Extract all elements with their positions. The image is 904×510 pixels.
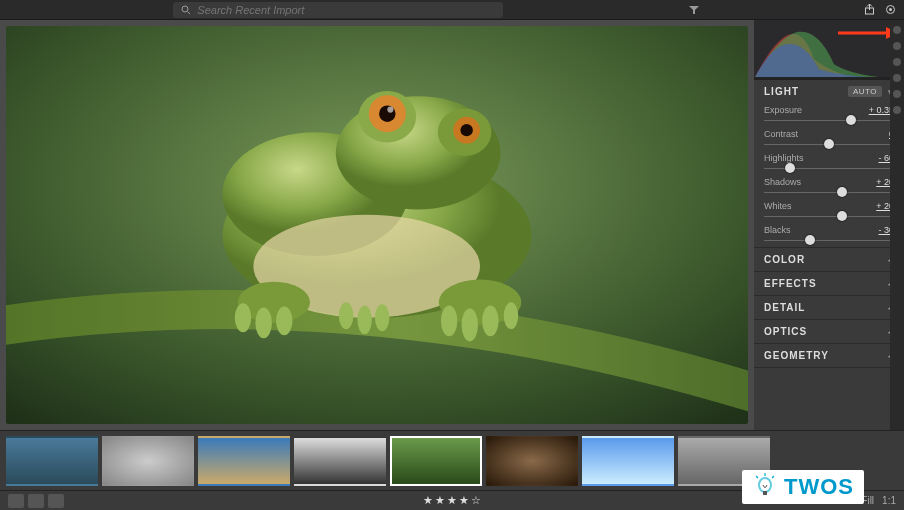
compare-view-icon[interactable]: [28, 494, 44, 508]
svg-marker-2: [689, 6, 699, 14]
slider-track[interactable]: [764, 165, 894, 171]
svg-point-28: [482, 305, 498, 336]
panel-label: EFFECTS: [764, 278, 817, 289]
histogram[interactable]: [754, 20, 904, 80]
panel-light-label: LIGHT: [764, 86, 799, 97]
svg-line-1: [188, 11, 191, 14]
svg-point-14: [379, 105, 395, 121]
tool-heal-icon[interactable]: [893, 58, 901, 66]
svg-point-0: [182, 6, 188, 12]
svg-point-23: [339, 302, 353, 329]
search-container[interactable]: [173, 2, 503, 18]
slider-exposure[interactable]: Exposure+ 0.35: [754, 103, 904, 127]
slider-label: Highlights: [764, 153, 804, 163]
slider-label: Shadows: [764, 177, 801, 187]
slider-label: Contrast: [764, 129, 798, 139]
svg-point-26: [441, 305, 457, 336]
slider-highlights[interactable]: Highlights- 60: [754, 151, 904, 175]
svg-point-27: [462, 308, 478, 341]
slider-contrast[interactable]: Contrast0: [754, 127, 904, 151]
panel-optics-header[interactable]: OPTICS◂: [754, 320, 904, 343]
svg-point-21: [255, 307, 271, 338]
thumb-frog[interactable]: [390, 436, 482, 486]
panel-label: OPTICS: [764, 326, 807, 337]
svg-point-20: [235, 303, 251, 332]
slider-blacks[interactable]: Blacks- 30: [754, 223, 904, 247]
detail-view-icon[interactable]: [48, 494, 64, 508]
ratio-button[interactable]: 1:1: [882, 495, 896, 506]
bulb-icon: [752, 472, 778, 502]
annotation-arrow-icon: [838, 26, 898, 44]
grid-view-icon[interactable]: [8, 494, 24, 508]
svg-point-22: [276, 306, 292, 335]
tool-gradient-icon[interactable]: [893, 90, 901, 98]
image-canvas[interactable]: [0, 20, 754, 430]
panel-effects-header[interactable]: EFFECTS◂: [754, 272, 904, 295]
panel-light: LIGHT AUTO ▾ Exposure+ 0.35Contrast0High…: [754, 80, 904, 248]
slider-track[interactable]: [764, 237, 894, 243]
thumb-bw-tree[interactable]: [294, 436, 386, 486]
rating-stars[interactable]: ★★★★☆: [423, 494, 483, 507]
search-input[interactable]: [197, 4, 495, 16]
thumb-eagle-close[interactable]: [486, 436, 578, 486]
tool-edit-icon[interactable]: [893, 26, 901, 34]
slider-label: Exposure: [764, 105, 802, 115]
panel-color-header[interactable]: COLOR◂: [754, 248, 904, 271]
search-icon: [181, 5, 191, 15]
view-mode-buttons[interactable]: [8, 494, 64, 508]
slider-track[interactable]: [764, 213, 894, 219]
edit-panel: LIGHT AUTO ▾ Exposure+ 0.35Contrast0High…: [754, 20, 904, 430]
gear-icon[interactable]: [885, 4, 896, 15]
panel-detail-header[interactable]: DETAIL◂: [754, 296, 904, 319]
slider-shadows[interactable]: Shadows+ 20: [754, 175, 904, 199]
svg-line-34: [756, 476, 758, 478]
slider-track[interactable]: [764, 189, 894, 195]
svg-point-25: [375, 304, 389, 331]
main-photo: [6, 26, 748, 424]
tool-brush-icon[interactable]: [893, 74, 901, 82]
watermark-overlay: TWOS: [742, 470, 864, 504]
tool-crop-icon[interactable]: [893, 42, 901, 50]
thumb-bird-1[interactable]: [6, 436, 98, 486]
thumb-architecture[interactable]: [102, 436, 194, 486]
panel-label: GEOMETRY: [764, 350, 829, 361]
slider-label: Whites: [764, 201, 792, 211]
svg-rect-38: [763, 491, 767, 495]
svg-point-24: [357, 305, 371, 334]
tool-radial-icon[interactable]: [893, 106, 901, 114]
share-icon[interactable]: [864, 4, 875, 15]
panel-light-header[interactable]: LIGHT AUTO ▾: [754, 80, 904, 103]
watermark-text: TWOS: [784, 474, 854, 500]
thumb-seascape[interactable]: [198, 436, 290, 486]
slider-label: Blacks: [764, 225, 791, 235]
main-area: LIGHT AUTO ▾ Exposure+ 0.35Contrast0High…: [0, 20, 904, 430]
slider-whites[interactable]: Whites+ 20: [754, 199, 904, 223]
svg-line-35: [772, 476, 774, 478]
panel-label: DETAIL: [764, 302, 805, 313]
slider-track[interactable]: [764, 117, 894, 123]
svg-point-5: [889, 8, 892, 11]
svg-rect-30: [754, 77, 904, 79]
svg-point-17: [460, 124, 472, 136]
filter-icon[interactable]: [689, 5, 699, 15]
slider-track[interactable]: [764, 141, 894, 147]
svg-point-15: [387, 106, 393, 112]
panel-geometry-header[interactable]: GEOMETRY◂: [754, 344, 904, 367]
panel-label: COLOR: [764, 254, 805, 265]
top-bar: [0, 0, 904, 20]
tool-strip: [890, 20, 904, 430]
thumb-white-bird[interactable]: [582, 436, 674, 486]
svg-point-29: [504, 302, 518, 329]
auto-button[interactable]: AUTO: [848, 86, 882, 97]
svg-point-37: [760, 479, 770, 491]
